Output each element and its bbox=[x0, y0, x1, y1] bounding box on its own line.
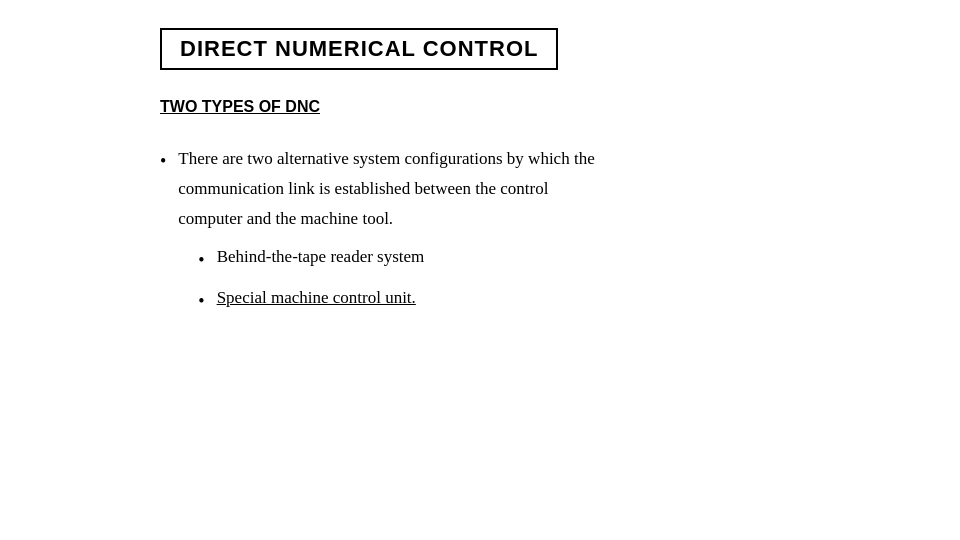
title-box: DIRECT NUMERICAL CONTROL bbox=[160, 28, 558, 70]
bullet-dot: • bbox=[160, 146, 166, 177]
sub-bullet-item-1: • Behind-the-tape reader system bbox=[198, 243, 594, 276]
main-text-line2: communication link is established betwee… bbox=[178, 179, 548, 198]
page-container: DIRECT NUMERICAL CONTROL TWO TYPES OF DN… bbox=[0, 0, 960, 540]
main-text-line3: computer and the machine tool. bbox=[178, 209, 393, 228]
section-heading: TWO TYPES OF DNC bbox=[160, 98, 800, 116]
page-title: DIRECT NUMERICAL CONTROL bbox=[180, 36, 538, 61]
main-text-line1: There are two alternative system configu… bbox=[178, 149, 594, 168]
main-bullet-content: There are two alternative system configu… bbox=[178, 144, 594, 324]
main-bullet-item: • There are two alternative system confi… bbox=[160, 144, 800, 324]
sub-bullet-dot-1: • bbox=[198, 245, 204, 276]
sub-bullet-list: • Behind-the-tape reader system • Specia… bbox=[178, 243, 594, 316]
sub-bullet-dot-2: • bbox=[198, 286, 204, 317]
sub-bullet-text-2: Special machine control unit. bbox=[217, 284, 416, 313]
main-bullet-list: • There are two alternative system confi… bbox=[160, 144, 800, 324]
sub-bullet-text-1: Behind-the-tape reader system bbox=[217, 243, 425, 272]
sub-bullet-item-2: • Special machine control unit. bbox=[198, 284, 594, 317]
